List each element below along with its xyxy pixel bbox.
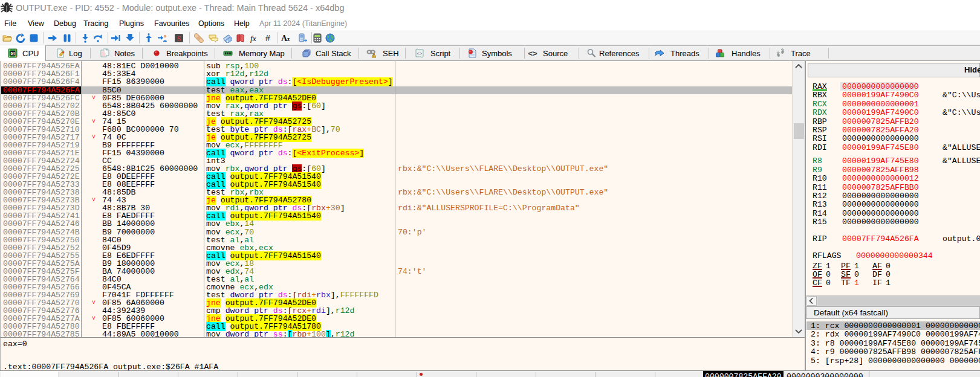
svg-text:<>: <> — [528, 49, 537, 58]
svg-text:#: # — [265, 33, 270, 43]
svg-text:z: z — [287, 36, 290, 42]
svg-text:fx: fx — [250, 34, 256, 43]
svg-text:64: 64 — [10, 51, 15, 56]
svg-text:S: S — [177, 34, 181, 43]
svg-text:!: ! — [374, 54, 375, 57]
svg-text:<>: <> — [417, 51, 422, 56]
